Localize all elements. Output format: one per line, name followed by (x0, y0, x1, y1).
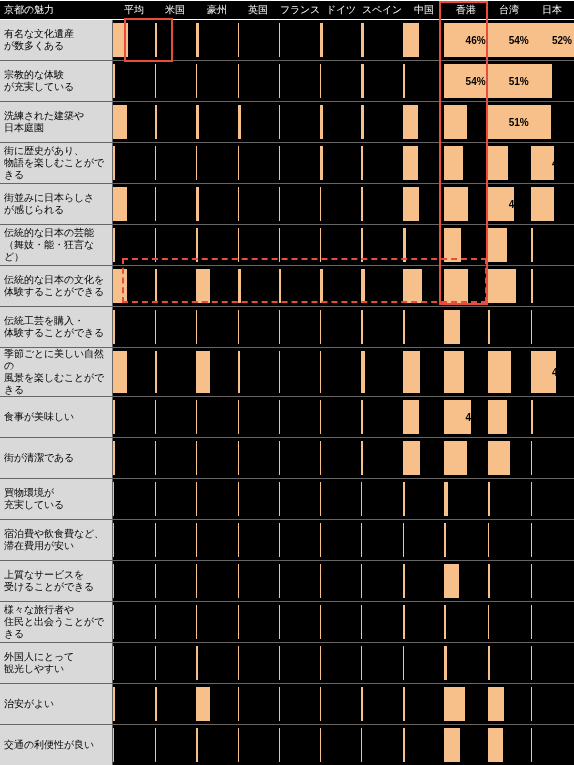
data-cell: 2 (112, 684, 154, 725)
data-cell (531, 602, 574, 643)
data-cell (320, 561, 361, 602)
data-cell: 54% (444, 61, 487, 102)
data-cell: 1 (238, 184, 279, 225)
table-row: 伝統的な日本の文化を体験することができる3022921223944502 (0, 266, 574, 307)
data-cell (320, 307, 361, 348)
row-label: 宿泊費や飲食費など、滞在費用が安い (0, 520, 112, 561)
data-cell: 44 (488, 348, 531, 397)
data-cell (196, 479, 238, 520)
data-cell (279, 725, 320, 766)
data-cell (155, 479, 196, 520)
data-cell (361, 143, 402, 184)
data-cell: 31 (403, 102, 445, 143)
data-cell (320, 725, 361, 766)
data-cell: 31 (488, 725, 531, 766)
data-cell: 51% (488, 61, 531, 102)
header-title: 京都の魅力 (0, 1, 112, 20)
data-cell (112, 725, 154, 766)
data-cell (531, 684, 574, 725)
data-cell (238, 61, 279, 102)
row-label: 買物環境が充実している (0, 479, 112, 520)
data-cell: 2 (488, 479, 531, 520)
data-cell: 2 (320, 266, 361, 307)
row-label: 街並みに日本らしさが感じられる (0, 184, 112, 225)
data-cell (112, 479, 154, 520)
data-cell: 2 (403, 684, 445, 725)
data-cell: 44% (531, 143, 574, 184)
data-cell (361, 184, 402, 225)
data-cell: 2 (444, 643, 487, 684)
data-cell: 38 (488, 225, 531, 266)
data-cell (488, 520, 531, 561)
data-cell (279, 348, 320, 397)
data-cell (112, 561, 154, 602)
table-row: 宿泊費や飲食費など、滞在費用が安い (0, 520, 574, 561)
data-cell (320, 61, 361, 102)
table-row: 宗教的な体験が充実している22254%51%41 (0, 61, 574, 102)
data-cell: 32 (444, 725, 487, 766)
row-label: 外国人にとって観光しやすい (0, 643, 112, 684)
data-cell (238, 561, 279, 602)
data-cell: 40 (444, 348, 487, 397)
data-cell (155, 184, 196, 225)
data-cell (238, 397, 279, 438)
data-cell: 2 (403, 61, 445, 102)
row-label: 伝統的な日本の芸能（舞妓・能・狂言など） (0, 225, 112, 266)
data-cell: 2 (155, 348, 196, 397)
data-cell (279, 102, 320, 143)
data-cell: 40 (488, 397, 531, 438)
data-cell (238, 602, 279, 643)
data-cell (238, 143, 279, 184)
data-cell (320, 602, 361, 643)
data-cell (279, 20, 320, 61)
table-row: 洗練された建築や日本庭園3022222314351%40 (0, 102, 574, 143)
row-label: 季節ごとに美しい自然の風景を楽しむことができる (0, 348, 112, 397)
data-cell (361, 561, 402, 602)
kyoto-attraction-table: 京都の魅力平均米国豪州英国フランスドイツスペイン中国香港台湾日本 有名な文化遺産… (0, 0, 574, 765)
data-cell: 2 (155, 102, 196, 143)
data-cell: 29 (196, 684, 238, 725)
data-cell (238, 643, 279, 684)
data-cell: 2 (531, 397, 574, 438)
data-cell (320, 479, 361, 520)
data-cell: 1 (279, 266, 320, 307)
data-cell: 36 (403, 348, 445, 397)
data-cell: 2 (361, 20, 402, 61)
data-cell (155, 307, 196, 348)
row-label: 食事が美味しい (0, 397, 112, 438)
data-cell (279, 520, 320, 561)
data-cell (196, 520, 238, 561)
data-cell (155, 643, 196, 684)
data-cell (361, 602, 402, 643)
data-cell (279, 561, 320, 602)
data-cell: 2 (112, 225, 154, 266)
data-cell: 48% (444, 397, 487, 438)
data-cell (361, 520, 402, 561)
table-row: 交通の利便性が良い223231 (0, 725, 574, 766)
row-label: 交通の利便性が良い (0, 725, 112, 766)
data-cell (279, 643, 320, 684)
data-cell: 2 (196, 643, 238, 684)
data-cell (279, 61, 320, 102)
data-cell (238, 479, 279, 520)
data-cell (279, 602, 320, 643)
col-header: 米国 (155, 1, 196, 20)
data-cell (361, 684, 402, 725)
data-cell (403, 520, 445, 561)
data-cell (531, 307, 574, 348)
data-cell (320, 225, 361, 266)
data-cell (279, 684, 320, 725)
data-cell: 2 (531, 266, 574, 307)
data-cell: 2 (112, 397, 154, 438)
col-header: フランス (279, 1, 320, 20)
data-cell (155, 602, 196, 643)
table-row: 上質なサービスを受けることができる2302 (0, 561, 574, 602)
data-cell (444, 520, 487, 561)
table-row: 買物環境が充実している222 (0, 479, 574, 520)
col-header: 英国 (238, 1, 279, 20)
row-label: 上質なサービスを受けることができる (0, 561, 112, 602)
data-cell: 30 (112, 348, 154, 397)
data-cell (155, 561, 196, 602)
data-cell (361, 438, 402, 479)
data-cell (196, 602, 238, 643)
